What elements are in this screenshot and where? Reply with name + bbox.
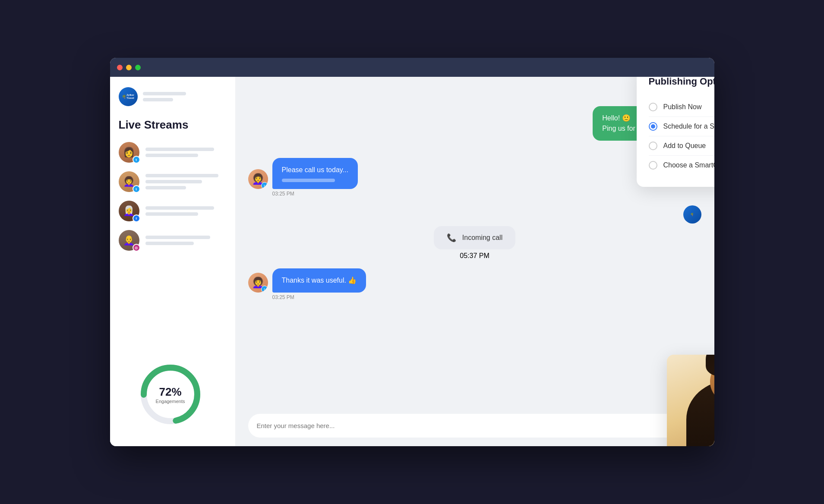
bubble-wrap: 👩‍🦱 t Please call us today... [248,158,358,189]
message-incoming-1: 👩‍🦱 t Please call us today... 03:25 PM [248,158,701,197]
radio-queue[interactable] [649,142,657,150]
stream-detail-line [145,212,198,216]
engagement-widget: 72% Engagements [136,360,205,429]
stream-detail-line-2 [145,186,186,189]
publish-option-4[interactable]: Choose a SmartQ Slot [649,156,714,175]
twitter-badge-small: t [261,286,268,293]
stream-info [145,236,227,245]
instagram-badge: ◎ [133,244,140,252]
list-item[interactable]: 👩‍🦲 ◎ [119,230,227,251]
stream-name-line [145,236,210,239]
twitter-badge: t [133,185,140,193]
sidebar-panel: 🌴ZylkerTravel Live Streams 👩 t [110,77,235,446]
message-text: Thanks it was useful. 👍 [282,277,357,284]
logo-line-2 [143,98,173,101]
schedule-label: Schedule for a Specific Date [663,123,714,130]
smartq-label: Choose a SmartQ Slot [663,161,714,169]
logo-text [143,92,186,101]
user-avatar: 👩‍🦱 t [248,169,268,189]
publishing-title: Publishing Options [649,77,714,87]
browser-content: 🌴ZylkerTravel Live Streams 👩 t [110,77,714,446]
radio-inner [651,124,655,129]
browser-titlebar [110,58,714,77]
video-call-widget [667,355,714,446]
video-image [667,355,714,446]
message-bubble: Thanks it was useful. 👍 [272,268,366,293]
bubble-wrap: 👩‍🦱 t Thanks it was useful. 👍 [248,268,366,293]
list-item[interactable]: 👩‍🦱 t [119,171,227,192]
twitter-badge-small: t [261,182,268,189]
call-bubble: 📞 Incoming call [434,226,515,249]
stream-detail-line [145,154,198,157]
message-time: 03:25 PM [272,191,294,197]
twitter-badge: t [133,156,140,164]
list-item[interactable]: 👩 t [119,142,227,163]
placeholder-line [282,179,335,182]
user-avatar: 👩‍🦱 t [248,273,268,293]
radio-publish-now[interactable] [649,103,657,111]
facebook-badge: f [133,214,140,222]
queue-label: Add to Queue [663,142,706,150]
avatar: 👩‍🦱 t [119,171,139,192]
stream-info [145,148,227,157]
sidebar-header: 🌴ZylkerTravel [119,87,227,106]
avatar: 👩 t [119,142,139,163]
stream-info [145,206,227,216]
stream-detail-line [145,180,202,183]
message-incoming-2: 👩‍🦱 t Thanks it was useful. 👍 03:25 PM [248,268,701,300]
publish-option-2[interactable]: Schedule for a Specific Date [649,117,714,136]
avatar: 👩‍🦲 ◎ [119,230,139,251]
messages-container: 🌴 Hello! 🙂Ping us for further assistance… [248,85,701,405]
message-time: 03:25 PM [272,294,294,300]
radio-smartq[interactable] [649,161,657,170]
publish-option-1[interactable]: Publish Now [649,98,714,117]
publish-now-label: Publish Now [663,103,702,111]
call-text: Incoming call [462,234,502,242]
stream-name-line [145,148,215,151]
message-meta: 🌴 [683,205,701,224]
browser-window: 🌴ZylkerTravel Live Streams 👩 t [110,58,714,446]
message-text: Please call us today... [282,166,348,173]
maximize-button[interactable] [135,65,141,70]
stream-list: 👩 t 👩‍🦱 t [119,142,227,251]
sidebar-title: Live Streams [119,118,227,132]
sender-avatar: 🌴 [683,205,701,224]
stream-info [145,174,227,189]
publish-option-3[interactable]: Add to Queue [649,136,714,156]
avatar: 👩‍🦳 f [119,201,139,221]
list-item[interactable]: 👩‍🦳 f [119,201,227,221]
stream-name-line [145,174,218,177]
message-input[interactable] [257,422,678,429]
logo-icon: 🌴ZylkerTravel [119,87,138,106]
stream-detail-line [145,242,194,245]
message-call: 🌴 📞 Incoming call 05:37 PM [248,205,701,260]
publishing-panel: Publishing Options Publish Now Schedule … [637,77,714,187]
engagement-text: 72% Engagements [156,385,185,404]
logo-line-1 [143,92,186,95]
minimize-button[interactable] [126,65,132,70]
message-bubble: Please call us today... [272,158,358,189]
message-input-wrap [248,414,701,438]
close-button[interactable] [117,65,123,70]
phone-icon: 📞 [447,233,456,243]
stream-name-line [145,206,215,210]
radio-schedule[interactable] [649,122,657,131]
message-outgoing-1: 🌴 Hello! 🙂Ping us for further assistance… [248,85,701,149]
message-time: 05:37 PM [460,252,489,260]
